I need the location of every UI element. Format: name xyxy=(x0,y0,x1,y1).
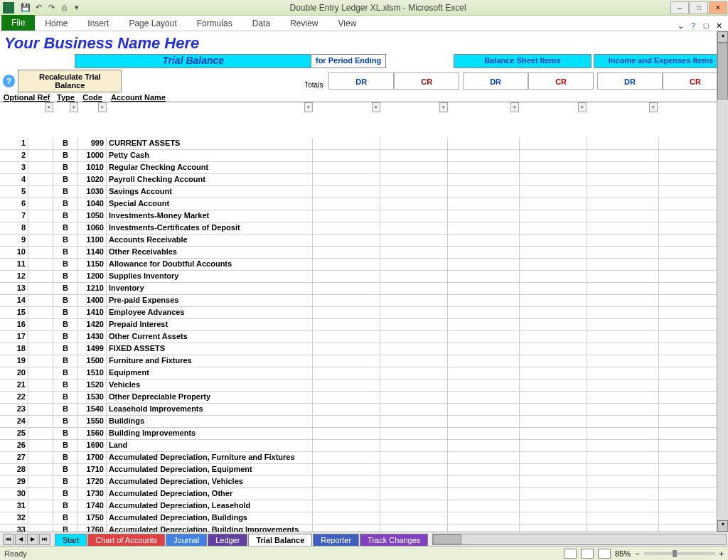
cell-ie-dr[interactable] xyxy=(592,464,659,475)
cell-ie-dr[interactable] xyxy=(592,271,659,282)
cell-trial-cr[interactable] xyxy=(380,247,448,258)
cell-type[interactable]: B xyxy=(53,271,78,282)
table-row[interactable]: 12B1200Supplies Inventory xyxy=(0,271,728,283)
cell-bs-dr[interactable] xyxy=(452,392,520,403)
cell-ie-dr[interactable] xyxy=(592,331,659,343)
cell-bs-cr[interactable] xyxy=(520,319,587,330)
table-row[interactable]: 4B1020Payroll Checking Account xyxy=(0,174,728,186)
recalculate-button[interactable]: Recalculate Trial Balance xyxy=(18,70,122,92)
cell-optional-ref[interactable] xyxy=(28,452,53,463)
cell-bs-cr[interactable] xyxy=(520,235,587,246)
cell-trial-cr[interactable] xyxy=(380,138,448,149)
cell-trial-dr[interactable] xyxy=(313,343,380,355)
ribbon-tab-data[interactable]: Data xyxy=(242,16,280,31)
table-row[interactable]: 30B1730Accumulated Depreciation, Other xyxy=(0,488,728,500)
cell-ie-dr[interactable] xyxy=(592,319,659,330)
help-circle-icon[interactable]: ? xyxy=(3,75,15,87)
hscroll-thumb[interactable] xyxy=(433,534,461,544)
cell-account-name[interactable]: Accumulated Depreciation, Buildings xyxy=(107,512,313,524)
cell-optional-ref[interactable] xyxy=(28,295,53,306)
cell-optional-ref[interactable] xyxy=(28,174,53,185)
cell-trial-dr[interactable] xyxy=(313,138,380,149)
cell-bs-dr[interactable] xyxy=(452,464,520,475)
cell-trial-cr[interactable] xyxy=(380,319,448,330)
cell-trial-dr[interactable] xyxy=(313,259,380,270)
cell-bs-dr[interactable] xyxy=(452,524,520,532)
cell-trial-cr[interactable] xyxy=(380,379,448,391)
cell-trial-cr[interactable] xyxy=(380,162,448,173)
cell-bs-dr[interactable] xyxy=(452,283,520,294)
cell-optional-ref[interactable] xyxy=(28,307,53,318)
cell-trial-cr[interactable] xyxy=(380,524,448,532)
cell-code[interactable]: 1200 xyxy=(78,271,107,282)
cell-trial-dr[interactable] xyxy=(313,452,380,463)
zoom-thumb[interactable] xyxy=(673,550,677,557)
cell-bs-dr[interactable] xyxy=(452,186,520,198)
cell-type[interactable]: B xyxy=(53,174,78,185)
minimize-ribbon-icon[interactable]: ⌄ xyxy=(675,21,685,31)
cell-trial-cr[interactable] xyxy=(380,512,448,524)
cell-optional-ref[interactable] xyxy=(28,367,53,379)
cell-type[interactable]: B xyxy=(53,416,78,427)
cell-account-name[interactable]: Allowance for Doubtful Accounts xyxy=(107,259,313,270)
cell-account-name[interactable]: FIXED ASSETS xyxy=(107,343,313,355)
cell-account-name[interactable]: Building Improvements xyxy=(107,428,313,439)
cell-code[interactable]: 1030 xyxy=(78,186,107,198)
cell-account-name[interactable]: Employee Advances xyxy=(107,307,313,318)
cell-account-name[interactable]: Savings Account xyxy=(107,186,313,198)
cell-code[interactable]: 1500 xyxy=(78,355,107,367)
cell-trial-cr[interactable] xyxy=(380,488,448,500)
minimize-button[interactable]: ─ xyxy=(670,1,689,14)
cell-trial-dr[interactable] xyxy=(313,392,380,403)
table-row[interactable]: 20B1510Equipment xyxy=(0,367,728,379)
sheet-tab-reporter[interactable]: Reporter xyxy=(313,534,359,546)
cell-trial-dr[interactable] xyxy=(313,162,380,173)
table-row[interactable]: 26B1690Land xyxy=(0,440,728,452)
table-row[interactable]: 28B1710Accumulated Depreciation, Equipme… xyxy=(0,464,728,476)
cell-bs-dr[interactable] xyxy=(452,416,520,427)
cell-trial-cr[interactable] xyxy=(380,476,448,488)
table-row[interactable]: 24B1550Buildings xyxy=(0,416,728,428)
table-row[interactable]: 25B1560Building Improvements xyxy=(0,428,728,440)
cell-bs-dr[interactable] xyxy=(452,138,520,149)
cell-code[interactable]: 1410 xyxy=(78,307,107,318)
cell-code[interactable]: 1730 xyxy=(78,488,107,500)
table-row[interactable]: 5B1030Savings Account xyxy=(0,186,728,198)
cell-trial-dr[interactable] xyxy=(313,464,380,475)
sheet-tab-trial-balance[interactable]: Trial Balance xyxy=(248,534,312,546)
cell-code[interactable]: 1010 xyxy=(78,162,107,173)
print-icon[interactable]: ⎙ xyxy=(58,2,70,14)
cell-ie-dr[interactable] xyxy=(592,488,659,500)
cell-type[interactable]: B xyxy=(53,464,78,475)
cell-type[interactable]: B xyxy=(53,500,78,512)
cell-optional-ref[interactable] xyxy=(28,476,53,488)
window-restore-icon[interactable]: □ xyxy=(701,21,711,31)
cell-bs-cr[interactable] xyxy=(520,512,587,524)
scroll-up-button[interactable]: ▴ xyxy=(717,31,728,43)
cell-account-name[interactable]: Other Depreciable Property xyxy=(107,392,313,403)
cell-trial-dr[interactable] xyxy=(313,307,380,318)
cell-account-name[interactable]: Investments-Certificates of Deposit xyxy=(107,222,313,234)
cell-bs-cr[interactable] xyxy=(520,174,587,185)
cell-bs-dr[interactable] xyxy=(452,319,520,330)
cell-account-name[interactable]: Accumulated Depreciation, Building Impro… xyxy=(107,524,313,532)
cell-trial-dr[interactable] xyxy=(313,416,380,427)
cell-optional-ref[interactable] xyxy=(28,355,53,367)
filter-dropdown-icon[interactable]: ▾ xyxy=(649,102,658,112)
cell-type[interactable]: B xyxy=(53,283,78,294)
cell-code[interactable]: 1520 xyxy=(78,379,107,391)
cell-code[interactable]: 1560 xyxy=(78,428,107,439)
cell-bs-cr[interactable] xyxy=(520,488,587,500)
cell-optional-ref[interactable] xyxy=(28,222,53,234)
cell-code[interactable]: 1750 xyxy=(78,512,107,524)
cell-account-name[interactable]: Equipment xyxy=(107,367,313,379)
cell-account-name[interactable]: Payroll Checking Account xyxy=(107,174,313,185)
cell-trial-dr[interactable] xyxy=(313,476,380,488)
help-icon[interactable]: ? xyxy=(688,21,698,31)
cell-account-name[interactable]: Accounts Receivable xyxy=(107,235,313,246)
cell-code[interactable]: 1540 xyxy=(78,404,107,415)
cell-account-name[interactable]: Investments-Money Market xyxy=(107,210,313,222)
cell-ie-dr[interactable] xyxy=(592,174,659,185)
cell-bs-cr[interactable] xyxy=(520,162,587,173)
tab-nav-first[interactable]: ⏮ xyxy=(3,534,14,545)
